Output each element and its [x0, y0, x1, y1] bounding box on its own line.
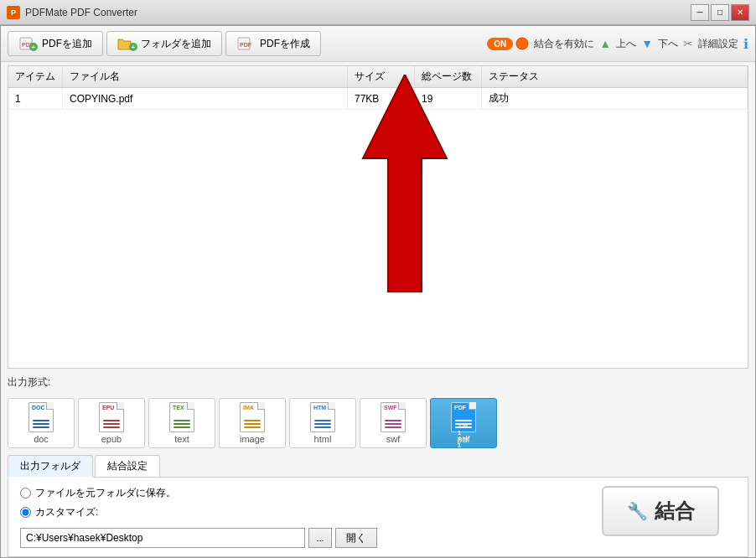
settings-icon[interactable]: ✂ [683, 37, 693, 50]
title-bar-left: P PDFMate PDF Converter [7, 6, 137, 19]
add-folder-label: フォルダを追加 [141, 37, 211, 51]
format-icon-pdf[interactable]: 2 in 14 in 1 PDF pdf [430, 398, 497, 448]
radio-option-1[interactable]: ファイルを元フォルダに保存。 [20, 486, 585, 500]
add-pdf-icon: PDF + [18, 35, 39, 52]
combine-label: 結合を有効に [534, 37, 594, 51]
app-icon: P [7, 6, 20, 19]
settings-panel: ファイルを元フォルダに保存。 カスタマイズ: ... 開く 🔧 結合 [8, 478, 748, 557]
cell-size: 77KB [348, 88, 415, 110]
col-item: アイテム [8, 66, 63, 88]
col-pages: 総ページ数 [415, 66, 482, 88]
combine-button[interactable]: 🔧 結合 [602, 486, 719, 536]
format-icon-html[interactable]: HTM html [289, 398, 356, 448]
browse-button[interactable]: ... [308, 528, 332, 548]
svg-text:+: + [32, 44, 36, 51]
format-label-html: html [314, 434, 332, 444]
down-arrow-icon[interactable]: ▼ [641, 37, 653, 50]
window-controls: ─ □ ✕ [691, 4, 749, 21]
svg-point-8 [516, 38, 528, 49]
create-pdf-icon: PDF [236, 35, 256, 52]
col-status: ステータス [482, 66, 748, 88]
combine-btn-area: 🔧 結合 [585, 486, 736, 536]
down-label[interactable]: 下へ [658, 37, 678, 51]
toolbar-right: ON 結合を有効に ▲ 上へ ▼ 下へ ✂ 詳細設定 ℹ [487, 36, 748, 52]
add-folder-button[interactable]: + フォルダを追加 [106, 31, 222, 56]
format-label-swf: swf [386, 434, 401, 444]
add-folder-icon: + [117, 35, 137, 52]
bottom-tabs: 出力フォルダ結合設定 [8, 455, 748, 478]
format-icons: DOC doc EPU epub [8, 393, 748, 453]
title-bar: P PDFMate PDF Converter ─ □ ✕ [0, 0, 756, 25]
settings-left: ファイルを元フォルダに保存。 カスタマイズ: ... 開く [20, 486, 585, 548]
create-pdf-button[interactable]: PDF PDFを作成 [225, 31, 321, 56]
up-arrow-icon[interactable]: ▲ [599, 37, 611, 50]
wrench-icon: 🔧 [627, 501, 648, 521]
svg-text:PDF: PDF [240, 42, 252, 48]
cell-pages: 19 [415, 88, 482, 110]
close-button[interactable]: ✕ [731, 4, 749, 21]
format-icon-swf[interactable]: SWF swf [360, 398, 427, 448]
combine-btn-label: 結合 [655, 498, 695, 524]
file-table: アイテム ファイル名 サイズ 総ページ数 ステータス 1 COPYING.pdf… [8, 66, 748, 110]
open-button[interactable]: 開く [335, 528, 377, 548]
maximize-button[interactable]: □ [711, 4, 729, 21]
bottom-tab-1[interactable]: 結合設定 [95, 455, 160, 477]
cell-item: 1 [8, 88, 63, 110]
add-pdf-button[interactable]: PDF + PDFを追加 [8, 31, 103, 56]
toolbar: PDF + PDFを追加 + フォルダを追加 PDF [1, 26, 755, 62]
col-filename: ファイル名 [63, 66, 348, 88]
app-title: PDFMate PDF Converter [25, 7, 137, 18]
radio-option-2[interactable]: カスタマイズ: [20, 505, 585, 519]
output-label: 出力形式: [8, 375, 748, 390]
format-icon-epub[interactable]: EPU epub [78, 398, 145, 448]
table-row: 1 COPYING.pdf 77KB 19 成功 [8, 88, 748, 110]
path-row: ... 開く [20, 528, 585, 548]
format-label-doc: doc [34, 434, 49, 444]
radio-group: ファイルを元フォルダに保存。 カスタマイズ: [20, 486, 585, 519]
toggle-on-label: ON [487, 38, 513, 50]
format-label-text: text [174, 434, 189, 444]
table-header-row: アイテム ファイル名 サイズ 総ページ数 ステータス [8, 66, 748, 88]
add-pdf-label: PDFを追加 [42, 37, 92, 51]
path-input[interactable] [20, 528, 305, 548]
cell-status: 成功 [482, 88, 748, 110]
format-icon-doc[interactable]: DOC doc [8, 398, 75, 448]
up-label[interactable]: 上へ [616, 37, 636, 51]
format-label-epub: epub [101, 434, 122, 444]
radio-label-2: カスタマイズ: [35, 505, 98, 519]
format-icon-text[interactable]: TEX text [148, 398, 215, 448]
create-pdf-label: PDFを作成 [260, 37, 310, 51]
radio-input-2[interactable] [20, 507, 31, 518]
main-window: PDF + PDFを追加 + フォルダを追加 PDF [0, 25, 756, 558]
bottom-tab-0[interactable]: 出力フォルダ [8, 455, 93, 478]
cell-filename: COPYING.pdf [63, 88, 348, 110]
col-size: サイズ [348, 66, 415, 88]
info-icon[interactable]: ℹ [743, 36, 748, 52]
file-list-area: アイテム ファイル名 サイズ 総ページ数 ステータス 1 COPYING.pdf… [8, 65, 748, 369]
combine-toggle[interactable]: ON [487, 37, 529, 50]
format-icon-image[interactable]: IMA image [219, 398, 286, 448]
settings-label[interactable]: 詳細設定 [698, 37, 738, 51]
format-label-image: image [240, 434, 265, 444]
svg-text:+: + [132, 44, 136, 51]
radio-label-1: ファイルを元フォルダに保存。 [35, 486, 176, 500]
radio-input-1[interactable] [20, 488, 31, 499]
minimize-button[interactable]: ─ [691, 4, 709, 21]
output-section: 出力形式: DOC doc [1, 372, 755, 455]
